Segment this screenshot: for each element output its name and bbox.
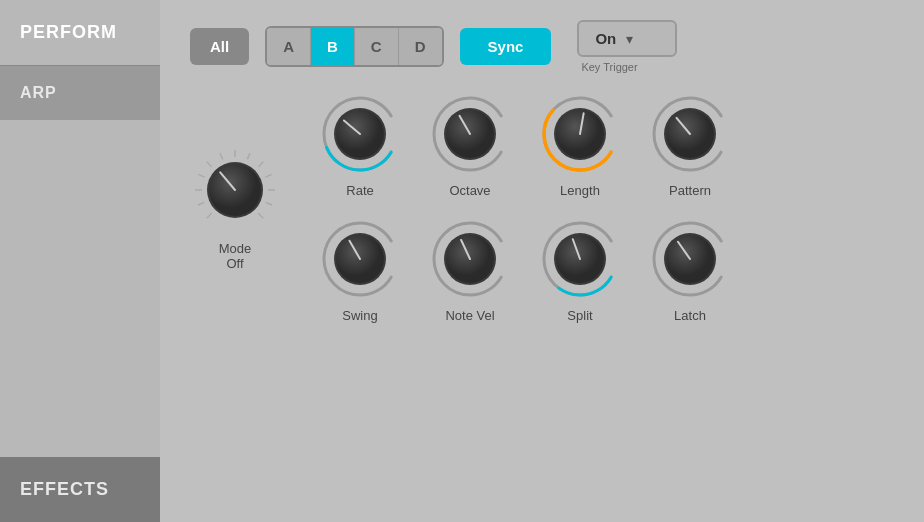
latch-label: Latch	[674, 308, 706, 323]
knob-grid: Rate Octave	[310, 93, 740, 323]
sidebar-item-effects[interactable]: EFFECTS	[0, 457, 160, 522]
octave-knob-cell: Octave	[420, 93, 520, 198]
octave-label: Octave	[449, 183, 490, 198]
split-knob-cell: Split	[530, 218, 630, 323]
svg-line-12	[258, 213, 263, 218]
group-button-d[interactable]: D	[399, 28, 442, 65]
rate-knob[interactable]	[319, 93, 401, 175]
svg-line-4	[207, 162, 212, 167]
split-knob[interactable]	[539, 218, 621, 300]
group-button-b[interactable]: B	[311, 28, 355, 65]
swing-knob[interactable]	[319, 218, 401, 300]
length-knob[interactable]	[539, 93, 621, 175]
svg-line-5	[220, 153, 223, 159]
sidebar-item-perform[interactable]: PERFORM	[0, 0, 160, 65]
group-button-group: A B C D	[265, 26, 443, 67]
mode-knob[interactable]	[190, 145, 280, 235]
sidebar-item-arp[interactable]: ARP	[0, 66, 160, 120]
group-button-a[interactable]: A	[267, 28, 311, 65]
top-bar: All A B C D Sync On ▾ Key Trigger	[190, 20, 894, 73]
mode-knob-label: Mode Off	[219, 241, 252, 271]
sync-button[interactable]: Sync	[460, 28, 552, 65]
all-button[interactable]: All	[190, 28, 249, 65]
group-button-c[interactable]: C	[355, 28, 399, 65]
pattern-label: Pattern	[669, 183, 711, 198]
latch-knob-cell: Latch	[640, 218, 740, 323]
chevron-down-icon: ▾	[626, 31, 633, 47]
svg-line-8	[258, 162, 263, 167]
swing-label: Swing	[342, 308, 377, 323]
pattern-knob[interactable]	[649, 93, 731, 175]
octave-knob[interactable]	[429, 93, 511, 175]
main-content: All A B C D Sync On ▾ Key Trigger	[160, 0, 924, 522]
svg-line-11	[266, 202, 272, 205]
length-label: Length	[560, 183, 600, 198]
key-trigger-wrapper: On ▾ Key Trigger	[577, 20, 677, 73]
latch-knob[interactable]	[649, 218, 731, 300]
split-label: Split	[567, 308, 592, 323]
svg-line-0	[207, 213, 212, 218]
key-trigger-button[interactable]: On ▾	[577, 20, 677, 57]
key-trigger-sublabel: Key Trigger	[581, 61, 637, 73]
sidebar: PERFORM ARP EFFECTS	[0, 0, 160, 522]
svg-line-9	[265, 174, 271, 177]
notevel-label: Note Vel	[445, 308, 494, 323]
length-knob-cell: Length	[530, 93, 630, 198]
pattern-knob-cell: Pattern	[640, 93, 740, 198]
mode-knob-section: Mode Off	[190, 145, 280, 271]
knobs-area: Mode Off	[190, 93, 894, 323]
swing-knob-cell: Swing	[310, 218, 410, 323]
svg-line-1	[198, 202, 204, 205]
svg-line-3	[198, 174, 204, 177]
key-trigger-value: On	[595, 30, 616, 47]
rate-knob-cell: Rate	[310, 93, 410, 198]
notevel-knob[interactable]	[429, 218, 511, 300]
svg-line-7	[247, 153, 250, 159]
rate-label: Rate	[346, 183, 373, 198]
notevel-knob-cell: Note Vel	[420, 218, 520, 323]
